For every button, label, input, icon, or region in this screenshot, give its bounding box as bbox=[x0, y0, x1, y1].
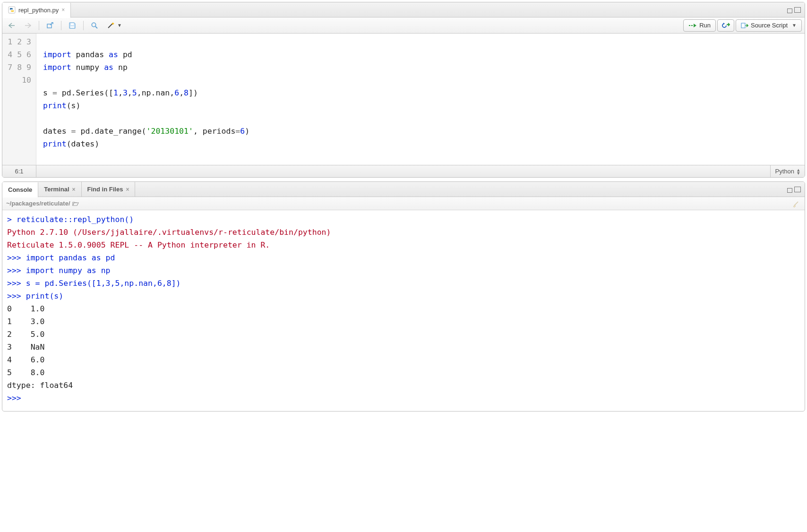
rerun-icon bbox=[721, 22, 730, 29]
arrow-right-icon bbox=[24, 22, 32, 29]
back-button[interactable] bbox=[5, 21, 18, 30]
source-script-button[interactable]: Source Script ▼ bbox=[736, 19, 802, 32]
tab-console-label: Console bbox=[8, 186, 32, 193]
close-icon[interactable]: × bbox=[61, 7, 65, 13]
svg-point-4 bbox=[92, 23, 95, 26]
tab-find-label: Find in Files bbox=[87, 186, 123, 193]
cursor-position: 6:1 bbox=[2, 165, 36, 177]
close-icon[interactable]: × bbox=[126, 186, 129, 193]
minimize-pane-icon[interactable] bbox=[787, 9, 792, 13]
run-label: Run bbox=[699, 22, 711, 29]
maximize-pane-icon[interactable] bbox=[794, 7, 801, 13]
clear-console-icon[interactable] bbox=[792, 200, 801, 207]
language-label: Python bbox=[775, 165, 794, 178]
magic-wand-icon bbox=[107, 22, 115, 29]
editor-statusbar: 6:1 Python ▴▾ bbox=[2, 165, 805, 177]
editor-tab[interactable]: repl_python.py × bbox=[2, 3, 71, 18]
wand-button[interactable]: ▼ bbox=[104, 20, 125, 31]
tab-terminal-label: Terminal bbox=[44, 186, 69, 193]
console-path-bar: ~/packages/reticulate/ bbox=[2, 197, 805, 210]
editor-toolbar: ▼ Run Source Script ▼ bbox=[2, 17, 805, 34]
source-label: Source Script bbox=[751, 22, 788, 29]
separator bbox=[83, 21, 84, 30]
rerun-button[interactable] bbox=[717, 19, 734, 32]
svg-rect-3 bbox=[70, 26, 74, 28]
separator bbox=[61, 21, 61, 30]
language-selector[interactable]: Python ▴▾ bbox=[770, 165, 805, 177]
editor-body: 1 2 3 4 5 6 7 8 9 10 import pandas as pd… bbox=[2, 34, 805, 165]
popout-button[interactable] bbox=[43, 21, 57, 30]
tab-find-in-files[interactable]: Find in Files × bbox=[82, 182, 136, 197]
tab-console[interactable]: Console bbox=[2, 182, 38, 197]
run-button[interactable]: Run bbox=[683, 19, 716, 32]
code-area[interactable]: import pandas as pdimport numpy as np s … bbox=[36, 34, 805, 165]
save-icon bbox=[69, 22, 76, 29]
python-file-icon bbox=[8, 6, 16, 14]
forward-button[interactable] bbox=[21, 21, 34, 30]
console-tabbar: Console Terminal × Find in Files × bbox=[2, 182, 805, 197]
close-icon[interactable]: × bbox=[72, 186, 76, 193]
source-icon bbox=[741, 22, 748, 29]
svg-rect-2 bbox=[71, 23, 74, 25]
working-directory: ~/packages/reticulate/ bbox=[6, 200, 70, 207]
maximize-pane-icon[interactable] bbox=[794, 187, 801, 192]
open-folder-icon[interactable] bbox=[72, 201, 79, 206]
svg-rect-0 bbox=[9, 7, 15, 13]
search-icon bbox=[91, 22, 98, 29]
svg-line-6 bbox=[108, 24, 112, 28]
dropdown-caret-icon: ▼ bbox=[792, 23, 797, 28]
separator bbox=[39, 21, 39, 30]
console-pane: Console Terminal × Find in Files × ~/pac… bbox=[2, 181, 805, 412]
editor-pane: repl_python.py × bbox=[2, 2, 805, 178]
dropdown-caret-icon: ▼ bbox=[117, 23, 122, 28]
updown-icon: ▴▾ bbox=[797, 168, 800, 175]
minimize-pane-icon[interactable] bbox=[787, 188, 792, 193]
tab-terminal[interactable]: Terminal × bbox=[38, 182, 81, 197]
save-button[interactable] bbox=[66, 20, 79, 31]
tab-filename: repl_python.py bbox=[18, 7, 59, 14]
console-output[interactable]: > reticulate::repl_python()Python 2.7.10… bbox=[2, 210, 805, 411]
editor-tabbar: repl_python.py × bbox=[2, 2, 805, 17]
svg-rect-8 bbox=[741, 23, 745, 28]
find-button[interactable] bbox=[88, 20, 101, 31]
line-gutter: 1 2 3 4 5 6 7 8 9 10 bbox=[2, 34, 36, 165]
arrow-left-icon bbox=[8, 22, 16, 29]
popout-icon bbox=[46, 22, 54, 29]
run-arrow-icon bbox=[688, 23, 697, 28]
svg-line-5 bbox=[95, 26, 97, 28]
